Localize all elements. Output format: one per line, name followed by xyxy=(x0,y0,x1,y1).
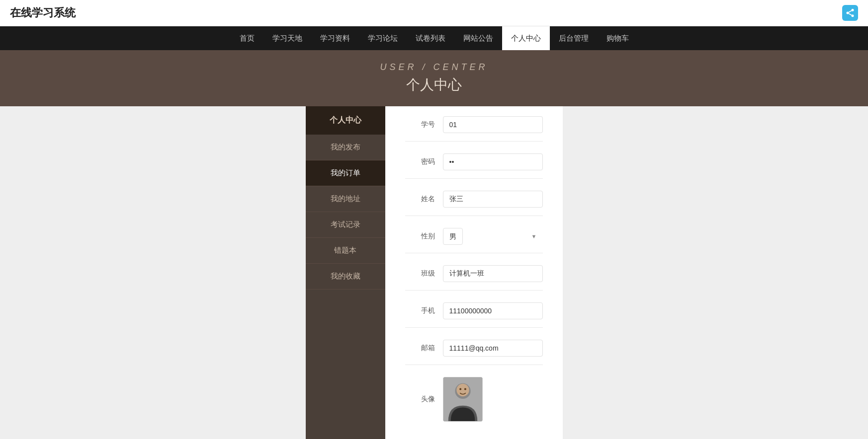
nav-item-cart[interactable]: 购物车 xyxy=(598,26,638,50)
input-name[interactable] xyxy=(443,191,543,208)
nav-item-profile[interactable]: 个人中心 xyxy=(502,26,550,50)
form-area: 学号 密码 姓名 性别 男 女 xyxy=(385,106,563,439)
select-wrapper-gender: 男 女 xyxy=(443,228,543,245)
label-password: 密码 xyxy=(405,157,435,166)
hero-subtitle: USER / CENTER xyxy=(10,62,858,73)
share-icon[interactable] xyxy=(842,5,858,21)
sidebar-item-address[interactable]: 我的地址 xyxy=(306,186,385,212)
form-row-student-id: 学号 xyxy=(405,116,543,142)
input-email[interactable] xyxy=(443,340,543,357)
sidebar-header: 个人中心 xyxy=(306,106,385,135)
sidebar: 个人中心 我的发布 我的订单 我的地址 考试记录 错题本 我的收藏 xyxy=(306,106,385,439)
svg-line-4 xyxy=(849,10,852,12)
avatar-area: 头像 xyxy=(405,377,543,422)
input-class[interactable] xyxy=(443,265,543,282)
nav-item-announcement[interactable]: 网站公告 xyxy=(454,26,502,50)
input-phone[interactable] xyxy=(443,302,543,319)
nav-item-admin[interactable]: 后台管理 xyxy=(550,26,598,50)
sidebar-item-publish[interactable]: 我的发布 xyxy=(306,135,385,160)
svg-point-1 xyxy=(847,12,849,14)
avatar-image xyxy=(443,377,483,422)
svg-point-2 xyxy=(852,14,854,17)
svg-line-3 xyxy=(849,13,852,15)
form-row-gender: 性别 男 女 xyxy=(405,228,543,253)
form-row-name: 姓名 xyxy=(405,191,543,216)
svg-point-0 xyxy=(852,9,854,11)
input-student-id[interactable] xyxy=(443,116,543,133)
form-row-class: 班级 xyxy=(405,265,543,291)
label-phone: 手机 xyxy=(405,306,435,315)
form-row-password: 密码 xyxy=(405,153,543,179)
form-row-phone: 手机 xyxy=(405,302,543,328)
hero-title: 个人中心 xyxy=(10,75,858,94)
nav-item-material[interactable]: 学习资料 xyxy=(311,26,359,50)
nav-item-study[interactable]: 学习天地 xyxy=(263,26,311,50)
label-class: 班级 xyxy=(405,269,435,278)
nav-item-exam-list[interactable]: 试卷列表 xyxy=(407,26,454,50)
form-row-email: 邮箱 xyxy=(405,340,543,365)
sidebar-item-orders[interactable]: 我的订单 xyxy=(306,160,385,186)
label-student-id: 学号 xyxy=(405,120,435,129)
input-password[interactable] xyxy=(443,153,543,170)
nav-bar: 首页 学习天地 学习资料 学习论坛 试卷列表 网站公告 个人中心 后台管理 购物… xyxy=(0,26,868,50)
label-email: 邮箱 xyxy=(405,344,435,353)
sidebar-item-favorites[interactable]: 我的收藏 xyxy=(306,264,385,290)
site-title: 在线学习系统 xyxy=(10,5,76,20)
hero-banner: USER / CENTER 个人中心 xyxy=(0,50,868,106)
top-bar: 在线学习系统 xyxy=(0,0,868,26)
svg-point-9 xyxy=(464,388,466,390)
label-gender: 性别 xyxy=(405,232,435,241)
main-content: 个人中心 我的发布 我的订单 我的地址 考试记录 错题本 我的收藏 学号 密码 … xyxy=(306,106,563,439)
nav-item-home[interactable]: 首页 xyxy=(231,26,263,50)
select-gender[interactable]: 男 女 xyxy=(443,228,463,245)
sidebar-item-wrong-questions[interactable]: 错题本 xyxy=(306,238,385,264)
nav-item-forum[interactable]: 学习论坛 xyxy=(359,26,407,50)
label-name: 姓名 xyxy=(405,195,435,204)
svg-point-8 xyxy=(459,388,461,390)
sidebar-item-exam-records[interactable]: 考试记录 xyxy=(306,212,385,238)
label-avatar: 头像 xyxy=(405,395,435,404)
